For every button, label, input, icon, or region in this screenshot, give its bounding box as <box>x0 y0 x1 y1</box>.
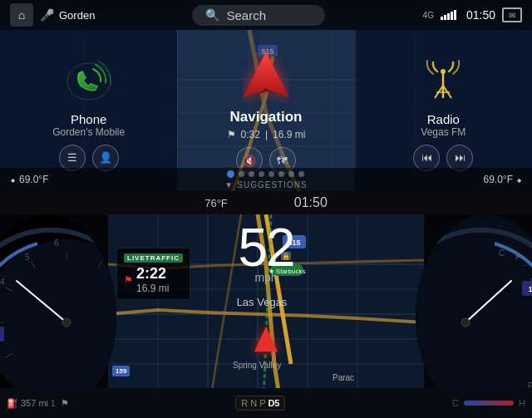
traffic-info-row: ⚑ 2:22 16.9 mi <box>124 266 183 294</box>
live-traffic-badge: LIVETRAFFIC <box>124 253 183 263</box>
nav-widget-title: Navigation <box>230 109 303 125</box>
nav-arrow-icon <box>243 50 289 103</box>
signal-bars <box>441 10 456 20</box>
dot-2[interactable] <box>249 171 254 177</box>
phone-widget-title: Phone <box>71 112 106 126</box>
fuel-value: 357 mi <box>21 398 48 408</box>
strip-center: R N P D5 <box>235 396 285 411</box>
temp-left-arrow: ⬥ <box>10 174 16 185</box>
time-display: 01:50 <box>466 8 495 22</box>
top-bar-left: ⌂ 🎤 Gorden <box>10 3 95 27</box>
live-traffic-widget: LIVETRAFFIC ⚑ 2:22 16.9 mi <box>116 248 190 300</box>
phone-contact-button[interactable]: 👤 <box>92 145 119 171</box>
nav-distance: 16.9 mi <box>273 129 305 140</box>
temp-c-label: C <box>452 398 459 408</box>
mic-icon[interactable]: 🎤 <box>40 8 54 22</box>
nav-flag-icon: ⚑ <box>227 129 236 140</box>
phone-icon <box>64 57 114 102</box>
widgets-overlay: Phone Gorden's Mobile ☰ 👤 <box>0 30 532 191</box>
signal-label: 4G <box>423 11 434 20</box>
svg-text:147: 147 <box>528 285 532 293</box>
message-icon[interactable]: ✉ <box>502 7 522 22</box>
top-bar-right: 4G 01:50 ✉ <box>423 7 522 22</box>
svg-text:4: 4 <box>0 278 5 287</box>
cluster-time: 01:50 <box>294 195 328 210</box>
dot-1[interactable] <box>239 171 244 177</box>
temp-left: ⬥ 69.0°F <box>10 174 48 185</box>
user-area: 🎤 Gorden <box>40 8 95 22</box>
nav-arrow-area <box>243 47 289 106</box>
svg-text:6: 6 <box>54 239 59 248</box>
phone-list-button[interactable]: ☰ <box>59 145 86 171</box>
speed-display: 52 mph <box>238 221 293 284</box>
dot-4[interactable] <box>268 171 274 177</box>
strip-right: C H <box>452 398 525 408</box>
temp-h-label: H <box>519 398 525 408</box>
temp-right-value: 69.0°F <box>484 174 513 185</box>
right-divider <box>355 30 356 169</box>
suggestions-label: ▼ SUGGESTIONS <box>224 180 307 189</box>
speed-value: 52 <box>238 221 293 274</box>
svg-point-46 <box>461 318 470 327</box>
phone-widget-buttons: ☰ 👤 <box>59 145 119 171</box>
fuel-icon: ⛽ <box>7 398 18 409</box>
top-status-bar: ⬥ 69.0°F ▼ SUGGESTIONS 69.0°F ⬥ <box>0 168 532 191</box>
nav-strip-icon: ⚑ <box>61 398 69 409</box>
radio-widget[interactable]: Radio Vegas FM ⏮ ⏭ <box>355 30 532 191</box>
cluster-nav-arrow <box>254 327 278 352</box>
cluster-top-bar: 76°F 01:50 <box>0 191 532 214</box>
gear-indicator: R N P D5 <box>235 396 285 411</box>
dot-6[interactable] <box>288 171 294 177</box>
fuel-item: ⛽ 357 mi 1 <box>7 398 56 409</box>
radio-widget-title: Radio <box>427 112 460 126</box>
svg-point-11 <box>67 63 111 100</box>
traffic-distance: 16.9 mi <box>136 283 169 294</box>
search-icon: 🔍 <box>205 8 219 22</box>
top-panel: ⌂ 🎤 Gorden 🔍 Search 4G 01:50 ✉ <box>0 0 532 191</box>
traffic-flag-icon: ⚑ <box>124 274 133 286</box>
search-bar[interactable]: 🔍 Search <box>192 5 325 26</box>
temp-right: 69.0°F ⬥ <box>484 174 522 185</box>
nav-separator: | <box>265 129 268 140</box>
svg-point-39 <box>416 239 532 406</box>
top-bar: ⌂ 🎤 Gorden 🔍 Search 4G 01:50 ✉ <box>0 0 532 30</box>
temp-bar <box>464 401 514 406</box>
svg-text:_: _ <box>523 257 529 266</box>
cluster-bottom-strip: ⛽ 357 mi 1 ⚑ R N P D5 C H <box>0 388 532 418</box>
navigation-widget[interactable]: Navigation ⚑ 0:32 | 16.9 mi 🔇 🗺 <box>177 30 354 191</box>
cluster-temperature: 76°F <box>204 197 228 209</box>
svg-text:C: C <box>499 248 505 258</box>
svg-text:Las Vegas: Las Vegas <box>237 296 288 308</box>
gear-mode: R N P <box>241 398 268 408</box>
strip-left: ⛽ 357 mi 1 ⚑ <box>7 398 69 409</box>
dot-5[interactable] <box>278 171 284 177</box>
search-label: Search <box>226 8 266 22</box>
svg-point-35 <box>62 318 71 327</box>
dot-3[interactable] <box>259 171 264 177</box>
svg-point-18 <box>441 69 446 74</box>
svg-text:F: F <box>515 253 520 262</box>
user-name: Gorden <box>59 9 95 22</box>
radio-prev-button[interactable]: ⏮ <box>413 145 440 171</box>
svg-text:Parac: Parac <box>332 373 354 382</box>
pagination-dots <box>227 170 304 178</box>
dot-0[interactable] <box>227 170 234 178</box>
phone-widget[interactable]: Phone Gorden's Mobile ☰ 👤 <box>0 30 177 191</box>
radio-widget-subtitle: Vegas FM <box>421 126 466 138</box>
gear-active: D5 <box>268 398 279 408</box>
suggestions-text: SUGGESTIONS <box>237 180 307 189</box>
flag-strip-icon: ⚑ <box>61 398 69 409</box>
dot-7[interactable] <box>298 171 304 177</box>
center-controls: ▼ SUGGESTIONS <box>224 170 307 189</box>
temp-left-value: 69.0°F <box>19 174 48 185</box>
svg-text:5: 5 <box>25 253 30 262</box>
svg-point-20 <box>0 239 116 406</box>
suggestions-arrow: ▼ <box>224 180 234 189</box>
radio-next-button[interactable]: ⏭ <box>446 145 473 171</box>
phone-icon-area <box>64 51 114 109</box>
bottom-panel: 76°F 01:50 1 2 3 <box>0 191 532 418</box>
nav-info-row: ⚑ 0:32 | 16.9 mi <box>227 129 306 140</box>
radio-widget-buttons: ⏮ ⏭ <box>413 145 473 171</box>
radio-icon <box>418 57 468 102</box>
home-button[interactable]: ⌂ <box>10 3 33 27</box>
